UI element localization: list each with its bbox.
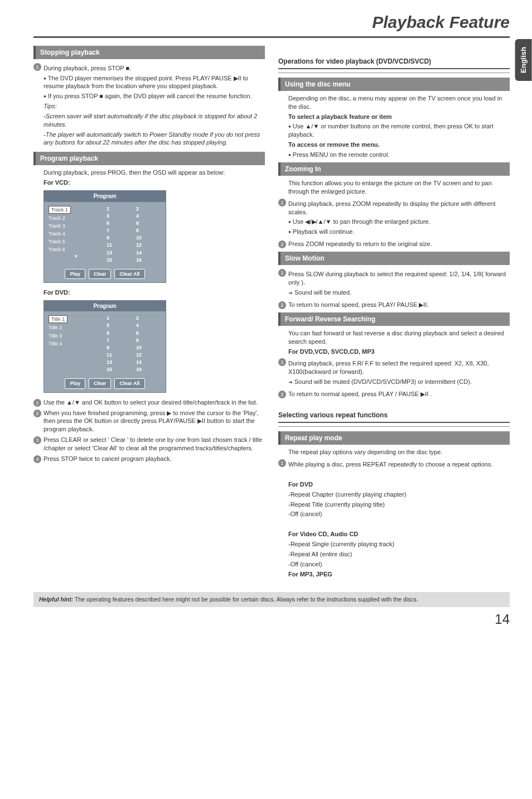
menu-p1: Depending on the disc, a menu may appear… (288, 94, 510, 111)
stop-step-1: 1 During playback, press STOP ■. The DVD… (33, 62, 265, 149)
slow-s2: To return to normal speed, press PLAY/ P… (288, 301, 510, 309)
using-disc-menu-heading: Using the disc menu (278, 78, 510, 91)
num-cell: 1 (107, 205, 132, 212)
repeat-play-heading: Repeat play mode (278, 431, 510, 445)
dvd-r2: -Repeat Title (currently playing title) (288, 500, 510, 509)
program-step-4: Press STOP twice to cancel program playb… (43, 455, 265, 463)
tips-1: -Screen saver will start automatically i… (43, 112, 265, 129)
step-number-icon: 1 (278, 269, 286, 277)
num-cell: 5 (107, 220, 132, 227)
num-cell: 5 (107, 330, 132, 336)
dvd-osd: Program Title 1 Title 2 Title 3 Title 4 … (43, 300, 166, 393)
vcd-r1: -Repeat Single (currently playing track) (288, 540, 510, 548)
fr-for-label: For DVD,VCD, SVCD,CD, MP3 (288, 348, 510, 356)
stop-bullet-2: If you press STOP ■ again, the DVD playe… (43, 92, 265, 100)
fr-p1: You can fast forward or fast reverse a d… (288, 329, 510, 346)
step-number-icon: 1 (33, 399, 41, 407)
num-cell: 8 (136, 337, 161, 344)
stopping-playback-heading: Stopping playback (33, 46, 265, 59)
vcd-osd: Program Track 1 Track 2 Track 3 Track 4 … (43, 190, 166, 283)
tips-2: -The player will automatically switch to… (43, 131, 265, 147)
step-number-icon: 1 (278, 199, 286, 206)
zooming-in-heading: Zooming In (278, 162, 510, 176)
num-cell: 16 (136, 366, 161, 373)
num-cell: 7 (107, 337, 132, 344)
language-tab: English (515, 39, 532, 81)
program-intro: During playback, press PROG, then the OS… (43, 169, 265, 177)
for-vcd-label: For VCD: (43, 179, 265, 187)
track-item: Track 3 (49, 222, 103, 230)
fr-s1: During playback, press F.R/ F.F to selec… (288, 359, 510, 376)
num-cell: 9 (107, 234, 132, 241)
title-item: Title 3 (49, 332, 103, 340)
num-cell: 11 (107, 352, 132, 358)
title-item: Title 4 (49, 340, 103, 348)
menu-h1: To select a playback feature or item (288, 113, 510, 121)
num-cell: 4 (136, 322, 161, 329)
vcd-r2: -Repeat All (entire disc) (288, 550, 510, 559)
track-selected: Track 1 (49, 206, 71, 214)
repeat-s1: While playing a disc, press REPEAT repea… (288, 460, 510, 469)
selecting-repeat-heading: Selecting various repeat functions (278, 410, 510, 423)
zoom-s1: During playback, press ZOOM repeatedly t… (288, 200, 510, 216)
osd-clearall-button: Clear All (114, 269, 144, 279)
num-cell: 4 (136, 213, 161, 219)
title-selected: Title 1 (49, 315, 67, 323)
program-step-3: Press CLEAR or select ' Clear ' to delet… (43, 436, 265, 453)
tips-label: Tips: (43, 102, 265, 110)
num-cell: 9 (107, 344, 132, 351)
num-cell: 12 (136, 242, 161, 248)
down-arrow-icon: ▼ (49, 254, 103, 260)
slow-s1: Press SLOW during playback to select the… (288, 270, 510, 287)
step-number-icon: 2 (33, 410, 41, 417)
num-cell: 11 (107, 242, 132, 248)
step-number-icon: 4 (33, 455, 41, 463)
stop-bullet-1: The DVD player memorises the stopped poi… (43, 74, 265, 91)
menu-h2: To access or remove the menu. (288, 141, 510, 149)
hint-text: The operating features described here mi… (73, 596, 418, 603)
num-cell: 2 (136, 205, 161, 212)
zoom-s2: Press ZOOM repeatedly to return to the o… (288, 240, 510, 248)
for-videocd-heading: For Video CD, Audio CD (288, 530, 510, 538)
osd-track-list: Track 1 Track 2 Track 3 Track 4 Track 5 … (49, 205, 103, 263)
num-cell: 15 (107, 366, 132, 373)
osd-title-list: Title 1 Title 2 Title 3 Title 4 (49, 315, 103, 373)
num-cell: 10 (136, 344, 161, 351)
slow-a1: Sound will be muted. (288, 288, 510, 297)
operations-heading: Operations for video playback (DVD/VCD/S… (278, 56, 510, 69)
helpful-hint-box: Helpful hint: The operating features des… (33, 592, 510, 607)
num-cell: 8 (136, 227, 161, 234)
num-cell: 13 (107, 359, 132, 365)
repeat-p1: The repeat play options vary depending o… (288, 448, 510, 456)
right-column: Operations for video playback (DVD/VCD/S… (278, 42, 510, 583)
step-number-icon: 2 (278, 240, 286, 248)
num-cell: 6 (136, 330, 161, 336)
for-dvd-heading: For DVD (288, 480, 510, 489)
osd-number-grid: 12 34 56 78 910 1112 1314 1516 (103, 205, 161, 263)
track-item: Track 5 (49, 238, 103, 246)
for-mp3-heading: For MP3, JPEG (288, 570, 510, 579)
chapter-title: Playback Feature (33, 11, 510, 38)
osd-clearall-button: Clear All (114, 378, 144, 388)
fr-a1: Sound will be muted (DVD/VCD/SVCD/MP3) o… (288, 378, 510, 386)
hint-label: Helpful hint: (39, 596, 73, 603)
track-item: Track 2 (49, 214, 103, 222)
num-cell: 3 (107, 322, 132, 329)
osd-clear-button: Clear (89, 269, 112, 279)
osd-title: Program (44, 301, 166, 312)
fr-s2: To return to normal speed, press PLAY / … (288, 390, 510, 398)
num-cell: 14 (136, 359, 161, 365)
step-number-icon: 3 (33, 436, 41, 444)
program-step-1: Use the ▲/▼ and OK button to select your… (43, 398, 265, 407)
num-cell: 12 (136, 352, 161, 358)
forward-reverse-heading: Forward/ Reverse Searching (278, 312, 510, 326)
track-item: Track 6 (49, 246, 103, 253)
num-cell: 3 (107, 213, 132, 219)
step-number-icon: 1 (33, 63, 41, 71)
osd-number-grid: 12 34 56 78 910 1112 1314 1516 (103, 315, 161, 373)
program-step-2: When you have finished programming, pres… (43, 409, 265, 434)
num-cell: 15 (107, 257, 132, 263)
num-cell: 14 (136, 249, 161, 256)
menu-b2: Press MENU on the remote control. (288, 151, 510, 159)
dvd-r1: -Repeat Chapter (currently playing chapt… (288, 490, 510, 499)
